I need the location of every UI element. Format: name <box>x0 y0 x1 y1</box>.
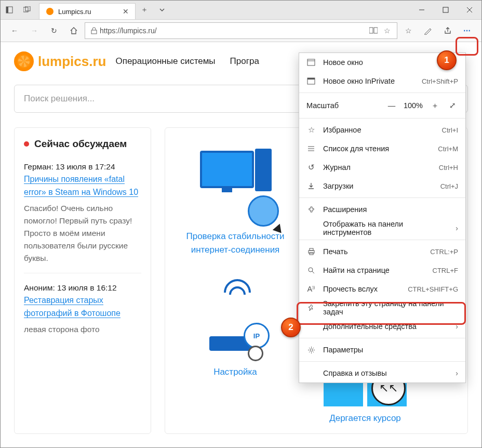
titlebar: Lumpics.ru ✕ ＋ <box>1 1 481 20</box>
menu-new-inprivate[interactable]: Новое окно InPrivateCtrl+Shift+P <box>299 72 465 90</box>
chevron-right-icon: › <box>456 224 458 232</box>
chevron-right-icon: › <box>456 322 458 331</box>
notes-icon[interactable] <box>419 22 437 39</box>
url-text: https://lumpics.ru/ <box>100 27 367 35</box>
sidebar-title-text: Сейчас обсуждаем <box>34 136 127 151</box>
tab-close-icon[interactable]: ✕ <box>123 7 129 16</box>
menu-find[interactable]: Найти на страницеCTRL+F <box>299 261 465 280</box>
menu-separator <box>299 240 465 240</box>
home-button[interactable] <box>65 22 83 39</box>
refresh-button[interactable]: ↻ <box>45 22 63 39</box>
site-logo[interactable]: lumpics.ru <box>14 51 106 71</box>
comment-excerpt: левая сторона фото <box>24 323 141 336</box>
menu-pin-taskbar[interactable]: Закрепить эту страницу на панели задач <box>299 298 465 317</box>
zoom-out-button[interactable]: — <box>386 101 397 110</box>
reading-view-icon[interactable] <box>367 27 380 34</box>
svg-rect-19 <box>310 248 313 251</box>
settings-more-button[interactable]: ⋯ <box>459 22 476 39</box>
comment-link[interactable]: Причины появления «fatal error» в Steam … <box>24 175 138 197</box>
svg-rect-8 <box>91 30 97 34</box>
puzzle-icon <box>306 206 316 214</box>
favorite-star-icon[interactable]: ☆ <box>380 27 394 35</box>
menu-zoom: Масштаб — 100% ＋ ⤢ <box>299 95 465 116</box>
close-window-button[interactable] <box>458 1 481 19</box>
zoom-in-button[interactable]: ＋ <box>429 101 440 111</box>
tab-dropdown-icon[interactable] <box>153 1 171 19</box>
comment-excerpt: Спасибо! Очень сильно помогло! Первый пу… <box>24 202 141 265</box>
print-icon <box>306 248 316 255</box>
sidebar-title: Сейчас обсуждаем <box>24 136 141 151</box>
menu-separator <box>299 361 465 362</box>
history-icon: ↺ <box>306 163 316 172</box>
window-icon <box>306 59 316 66</box>
site-nav: Операционные системы Програ <box>115 56 259 67</box>
annotation-marker-2: 2 <box>281 318 301 337</box>
comment-link[interactable]: Реставрация старых фотографий в Фотошопе <box>24 296 120 318</box>
settings-menu: Новое окно Новое окно InPrivateCtrl+Shif… <box>299 52 466 383</box>
inprivate-icon <box>306 77 316 85</box>
tabs-aside-icon[interactable] <box>1 1 18 19</box>
new-tab-button[interactable]: ＋ <box>136 1 153 19</box>
logo-text: lumpics.ru <box>38 54 106 70</box>
show-tabs-icon[interactable] <box>18 1 36 19</box>
comment-meta: Герман: 13 июля в 17:24 <box>24 161 141 173</box>
logo-icon <box>14 51 34 71</box>
search-placeholder: Поиск решения... <box>24 94 95 103</box>
maximize-button[interactable] <box>434 1 458 19</box>
card-illustration: IP <box>194 277 277 360</box>
menu-reading-list[interactable]: Список для чтенияCtrl+M <box>299 139 465 158</box>
card-title: Настройка <box>213 365 257 379</box>
forward-button: → <box>25 22 43 39</box>
article-card[interactable]: IP Настройка <box>181 272 290 379</box>
menu-more-tools[interactable]: Дополнительные средства› <box>299 317 465 336</box>
menu-extensions[interactable]: Расширения <box>299 200 465 219</box>
lock-icon <box>88 27 100 34</box>
share-icon[interactable] <box>439 22 457 39</box>
live-dot-icon <box>24 141 29 147</box>
svg-point-21 <box>309 268 313 272</box>
zoom-label: Масштаб <box>306 101 380 110</box>
svg-rect-1 <box>6 7 8 13</box>
pin-icon <box>306 304 316 311</box>
fullscreen-button[interactable]: ⤢ <box>447 101 458 110</box>
back-button[interactable]: ← <box>6 22 23 39</box>
annotation-marker-1: 1 <box>437 50 457 70</box>
gear-icon <box>306 346 316 354</box>
minimize-button[interactable] <box>410 1 434 19</box>
menu-separator <box>299 197 465 198</box>
menu-show-in-toolbar[interactable]: Отображать на панели инструментов› <box>299 219 465 238</box>
card-title: Дергается курсор <box>329 412 401 425</box>
read-aloud-icon: A)) <box>306 285 316 293</box>
menu-separator <box>299 338 465 338</box>
toolbar: ← → ↻ https://lumpics.ru/ ☆ ☆ ⋯ <box>1 20 481 42</box>
nav-item[interactable]: Програ <box>230 56 259 67</box>
reading-list-icon <box>306 145 316 152</box>
divider <box>24 273 141 273</box>
card-illustration <box>194 141 277 225</box>
menu-favorites[interactable]: ☆ИзбранноеCtrl+I <box>299 121 465 139</box>
menu-settings[interactable]: Параметры <box>299 340 465 359</box>
menu-downloads[interactable]: ЗагрузкиCtrl+J <box>299 177 465 195</box>
card-title: Проверка стабильности интернет-соединени… <box>181 230 290 256</box>
comment-meta: Аноним: 13 июля в 16:12 <box>24 282 141 294</box>
svg-rect-10 <box>374 28 378 33</box>
svg-rect-5 <box>443 7 448 12</box>
menu-history[interactable]: ↺ЖурналCtrl+H <box>299 158 465 177</box>
menu-print[interactable]: ПечатьCTRL:+P <box>299 242 465 261</box>
nav-item[interactable]: Операционные системы <box>115 56 215 67</box>
sidebar: Сейчас обсуждаем Герман: 13 июля в 17:24… <box>14 127 151 434</box>
article-card[interactable]: Проверка стабильности интернет-соединени… <box>181 136 290 256</box>
sidebar-item: Герман: 13 июля в 17:24 Причины появлени… <box>24 161 141 265</box>
browser-window: Lumpics.ru ✕ ＋ ← → ↻ https://lumpics.ru/… <box>0 0 482 448</box>
sidebar-item: Аноним: 13 июля в 16:12 Реставрация стар… <box>24 282 141 336</box>
address-bar[interactable]: https://lumpics.ru/ ☆ <box>85 22 397 39</box>
search-icon <box>306 267 316 274</box>
menu-separator <box>299 118 465 118</box>
browser-tab[interactable]: Lumpics.ru ✕ <box>39 3 136 19</box>
tab-favicon <box>46 7 54 16</box>
menu-read-aloud[interactable]: A))Прочесть вслухCTRL+SHIFT+G <box>299 280 465 298</box>
favorites-hub-icon[interactable]: ☆ <box>399 22 417 39</box>
menu-feedback[interactable]: Справка и отзывы› <box>299 364 465 383</box>
svg-point-23 <box>310 349 313 351</box>
menu-separator <box>299 93 465 93</box>
